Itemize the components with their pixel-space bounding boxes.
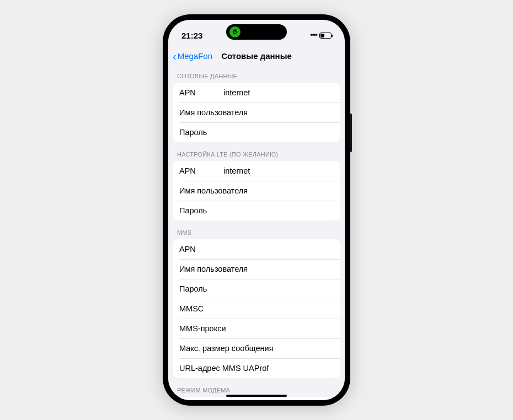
label-apn: APN: [179, 166, 212, 175]
row-mms-apn[interactable]: APN: [173, 239, 340, 259]
section-header-cellular: СОТОВЫЕ ДАННЫЕ: [168, 67, 345, 83]
label-pass: Пароль: [179, 206, 207, 215]
battery-icon: [319, 33, 332, 39]
home-indicator[interactable]: [226, 395, 287, 397]
phone-frame: 21:23 ⥀ •••• ‹ MegaFon Сотовые данные СО…: [163, 14, 350, 406]
row-mms-proxy[interactable]: MMS-прокси: [173, 319, 340, 338]
group-hotspot: APN internet: [173, 397, 340, 400]
row-mms-max[interactable]: Макс. размер сообщения: [173, 338, 340, 358]
row-mms-user[interactable]: Имя пользователя: [173, 259, 340, 279]
row-lte-user[interactable]: Имя пользователя: [173, 181, 340, 201]
label-user: Имя пользователя: [179, 186, 248, 195]
row-lte-pass[interactable]: Пароль: [173, 201, 340, 220]
group-lte: APN internet Имя пользователя Пароль: [173, 161, 340, 220]
label-apn: APN: [179, 245, 196, 254]
label-mmsc: MMSC: [179, 304, 204, 313]
section-header-lte: НАСТРОЙКА LTE (ПО ЖЕЛАНИЮ): [168, 142, 345, 161]
screen: 21:23 ⥀ •••• ‹ MegaFon Сотовые данные СО…: [168, 20, 345, 400]
row-hotspot-apn[interactable]: APN internet: [173, 397, 340, 400]
label-apn: APN: [179, 88, 212, 97]
group-cellular: APN internet Имя пользователя Пароль: [173, 83, 340, 142]
row-cellular-pass[interactable]: Пароль: [173, 122, 340, 142]
label-pass: Пароль: [179, 284, 207, 293]
label-proxy: MMS-прокси: [179, 324, 226, 333]
label-max: Макс. размер сообщения: [179, 344, 274, 353]
value-apn[interactable]: internet: [212, 166, 334, 175]
group-mms: APN Имя пользователя Пароль MMSC MMS-про…: [173, 239, 340, 378]
section-header-hotspot: РЕЖИМ МОДЕМА: [168, 378, 345, 397]
side-button: [350, 114, 352, 152]
label-pass: Пароль: [179, 128, 207, 137]
row-mms-uaprof[interactable]: URL-адрес MMS UAProf: [173, 358, 340, 378]
status-icons: ••••: [310, 31, 332, 39]
label-user: Имя пользователя: [179, 265, 248, 273]
link-icon: ⥀: [229, 26, 241, 37]
content[interactable]: СОТОВЫЕ ДАННЫЕ APN internet Имя пользова…: [168, 67, 345, 400]
value-apn[interactable]: internet: [212, 88, 334, 97]
row-cellular-user[interactable]: Имя пользователя: [173, 103, 340, 122]
row-lte-apn[interactable]: APN internet: [173, 161, 340, 181]
nav-bar: ‹ MegaFon Сотовые данные: [168, 45, 345, 67]
label-uaprof: URL-адрес MMS UAProf: [179, 364, 269, 373]
dynamic-island: ⥀: [226, 24, 287, 40]
row-mms-pass[interactable]: Пароль: [173, 279, 340, 299]
back-button[interactable]: ‹ MegaFon: [173, 51, 212, 62]
section-header-mms: MMS: [168, 220, 345, 239]
back-label: MegaFon: [178, 51, 212, 61]
status-bar: 21:23 ⥀ ••••: [168, 20, 345, 45]
status-time: 21:23: [181, 31, 202, 40]
row-mms-mmsc[interactable]: MMSC: [173, 299, 340, 319]
chevron-left-icon: ‹: [173, 51, 177, 62]
label-user: Имя пользователя: [179, 108, 248, 117]
row-cellular-apn[interactable]: APN internet: [173, 83, 340, 103]
signal-icon: ••••: [310, 31, 317, 39]
